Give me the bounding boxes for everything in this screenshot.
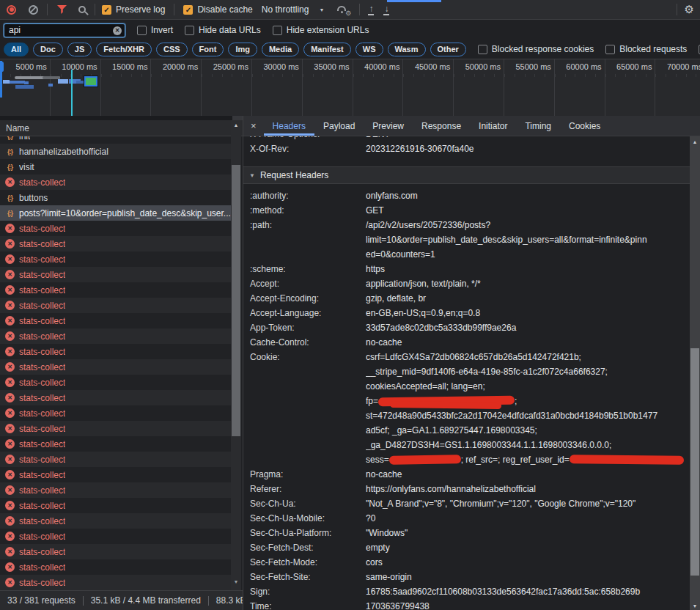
request-headers-section[interactable]: ▼ Request Headers [243, 166, 690, 184]
request-row[interactable]: ✕stats-collect [0, 282, 231, 298]
json-file-icon: {:} [5, 147, 15, 156]
scrollbar-thumb[interactable] [690, 348, 699, 576]
timeline-left-handle-knob[interactable] [0, 62, 4, 72]
import-har-button[interactable]: ↑ [368, 4, 374, 15]
disable-cache-checkbox[interactable]: Disable cache [183, 4, 252, 15]
header-value: no-cache [366, 335, 690, 350]
filter-input[interactable] [4, 23, 125, 37]
header-name: Pragma: [243, 467, 366, 482]
request-row[interactable]: ✕stats-collect [0, 421, 231, 436]
clear-filter-icon[interactable]: ✕ [113, 26, 122, 35]
request-row[interactable]: ✕stats-collect [0, 405, 231, 421]
close-icon[interactable]: × [246, 116, 264, 136]
clear-button[interactable] [29, 5, 38, 15]
filter-chip-other[interactable]: Other [430, 43, 466, 56]
request-row[interactable]: {:}hannahelizabethofficial [0, 144, 231, 159]
request-row[interactable]: ✕stats-collect [0, 375, 231, 390]
filter-chip-ws[interactable]: WS [355, 43, 383, 56]
scroll-down-icon[interactable]: ▼ [690, 603, 700, 609]
network-conditions-button[interactable]: ⚙ [336, 4, 350, 15]
filter-chip-wasm[interactable]: Wasm [388, 43, 426, 56]
timeline-column[interactable]: 60000 ms [555, 59, 605, 116]
tab-headers[interactable]: Headers [264, 116, 314, 136]
name-column-header[interactable]: Name [0, 120, 243, 136]
timeline-column[interactable]: 30000 ms [252, 59, 303, 116]
timeline-overview[interactable]: 5000 ms10000 ms15000 ms20000 ms25000 ms3… [0, 59, 700, 116]
request-row[interactable]: ✕stats-collect [0, 236, 231, 251]
timeline-column[interactable]: 35000 ms [303, 59, 353, 116]
hide-data-urls-checkbox[interactable]: Hide data URLs [185, 25, 261, 35]
chevron-down-icon[interactable]: ▼ [319, 7, 324, 12]
invert-checkbox[interactable]: Invert [137, 25, 173, 35]
timeline-column[interactable]: 55000 ms [504, 59, 555, 116]
request-row[interactable]: {:}buttons [0, 190, 231, 205]
preserve-log-checkbox[interactable]: Preserve log [102, 4, 165, 15]
request-row[interactable]: ✕stats-collect [0, 221, 231, 236]
timeline-column[interactable]: 45000 ms [403, 59, 454, 116]
export-har-button[interactable]: ↓ [383, 4, 389, 15]
timeline-column[interactable]: 65000 ms [605, 59, 656, 116]
request-row[interactable]: ✕stats-collect [0, 559, 231, 575]
tab-initiator[interactable]: Initiator [470, 116, 516, 136]
filter-chip-img[interactable]: Img [228, 43, 257, 56]
request-row[interactable]: ✕stats-collect [0, 529, 231, 544]
headers-scrollbar[interactable]: ▲ ▼ [690, 136, 700, 610]
request-row[interactable]: ✕stats-collect [0, 267, 231, 282]
filter-chip-doc[interactable]: Doc [33, 43, 63, 56]
request-row[interactable]: ✕stats-collect [0, 298, 231, 313]
scrollbar-thumb[interactable] [232, 165, 240, 436]
timeline-column[interactable]: 10000 ms [51, 59, 101, 116]
tab-response[interactable]: Response [413, 116, 470, 136]
request-row[interactable]: ✕stats-collect [0, 328, 231, 344]
scroll-down-icon[interactable]: ▼ [231, 579, 241, 584]
request-row[interactable]: ✕stats-collect [0, 174, 231, 190]
request-row[interactable]: ✕stats-collect [0, 467, 231, 482]
throttling-select[interactable]: No throttling [262, 4, 309, 15]
tab-payload[interactable]: Payload [314, 116, 364, 136]
request-row[interactable]: ✕stats-collect [0, 482, 231, 498]
waterfall-bar [15, 85, 34, 89]
search-icon-button[interactable] [78, 6, 86, 13]
request-row[interactable]: ✕stats-collect [0, 575, 231, 590]
filter-chip-manifest[interactable]: Manifest [303, 43, 351, 56]
timeline-column[interactable]: 70000 ms [655, 59, 700, 116]
waterfall-bar [3, 80, 10, 84]
request-row[interactable]: ✕stats-collect [0, 251, 231, 267]
request-row[interactable]: ✕stats-collect [0, 436, 231, 452]
request-row[interactable]: ✕stats-collect [0, 359, 231, 375]
timeline-column[interactable]: 20000 ms [151, 59, 202, 116]
tab-timing[interactable]: Timing [516, 116, 560, 136]
request-row[interactable]: ✕stats-collect [0, 313, 231, 328]
filter-chip-font[interactable]: Font [192, 43, 224, 56]
filter-icon-button[interactable] [57, 5, 67, 14]
request-row[interactable]: ✕stats-collect [0, 390, 231, 405]
filter-chip-js[interactable]: JS [67, 43, 92, 56]
scroll-up-icon[interactable]: ▲ [690, 139, 700, 144]
request-row[interactable]: ✕stats-collect [0, 513, 231, 529]
timeline-column[interactable]: 25000 ms [202, 59, 252, 116]
timeline-column[interactable]: 50000 ms [454, 59, 504, 116]
request-row[interactable]: ✕stats-collect [0, 544, 231, 559]
request-row[interactable]: ✕stats-collect [0, 498, 231, 513]
request-row[interactable]: ✕stats-collect [0, 344, 231, 359]
settings-gear-icon[interactable]: ⚙ [685, 3, 694, 16]
filter-chip-css[interactable]: CSS [156, 43, 188, 56]
checkbox-blocked-response-cookies[interactable]: Blocked response cookies [478, 44, 594, 54]
filter-chip-fetch-xhr[interactable]: Fetch/XHR [96, 43, 152, 56]
timeline-column[interactable]: 15000 ms [101, 59, 152, 116]
scroll-up-icon[interactable]: ▲ [231, 122, 241, 128]
filter-chip-media[interactable]: Media [262, 43, 299, 56]
request-list-scrollbar[interactable]: ▲ ▼ [231, 120, 241, 590]
filter-chip-all[interactable]: All [4, 43, 29, 56]
record-button[interactable] [7, 5, 16, 15]
request-row[interactable]: ✕stats-collect [0, 452, 231, 467]
request-row[interactable]: {:}init [0, 136, 231, 144]
timeline-tick-label: 70000 ms [667, 62, 700, 71]
tab-preview[interactable]: Preview [364, 116, 413, 136]
hide-extension-urls-checkbox[interactable]: Hide extension URLs [273, 25, 369, 35]
request-row[interactable]: {:}visit [0, 159, 231, 174]
tab-cookies[interactable]: Cookies [560, 116, 609, 136]
request-row[interactable]: {:}posts?limit=10&order=publish_date_des… [0, 205, 231, 221]
timeline-column[interactable]: 40000 ms [353, 59, 404, 116]
checkbox-blocked-requests[interactable]: Blocked requests [605, 44, 687, 54]
